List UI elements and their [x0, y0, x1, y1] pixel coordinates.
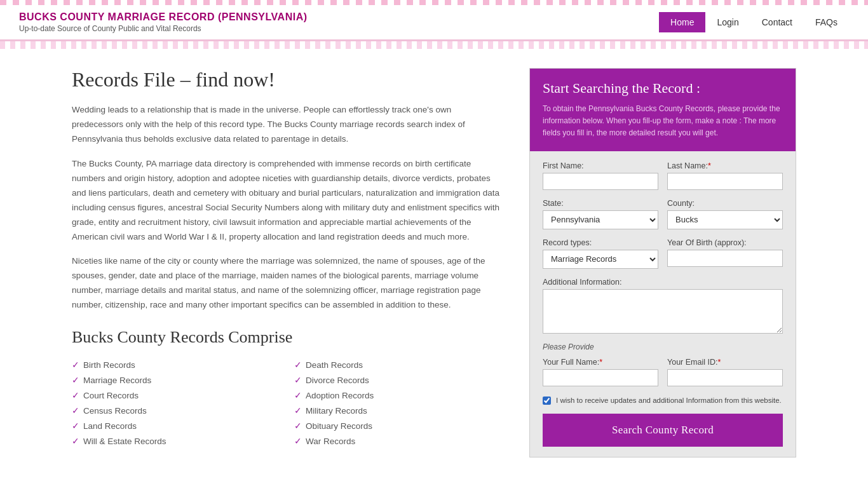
panel-header: Start Searching the Record : To obtain t…	[530, 69, 796, 151]
first-name-label: First Name:	[543, 161, 658, 170]
email-input[interactable]	[667, 369, 783, 386]
record-death-label: Death Records	[306, 360, 363, 370]
record-census-label: Census Records	[83, 406, 147, 416]
nav-contact[interactable]: Contact	[750, 12, 804, 32]
record-court-label: Court Records	[83, 391, 139, 400]
email-group: Your Email ID:*	[667, 358, 783, 386]
site-subtitle: Up-to-date Source of County Public and V…	[19, 24, 308, 33]
last-name-required: *	[708, 161, 711, 170]
search-form-panel: Start Searching the Record : To obtain t…	[529, 68, 796, 458]
records-grid: ✓ Birth Records ✓ Marriage Records ✓ Cou…	[72, 357, 504, 449]
county-group: County: Bucks Philadelphia Montgomery Ch…	[667, 199, 783, 229]
check-icon: ✓	[72, 390, 79, 400]
record-military-label: Military Records	[306, 406, 367, 416]
check-icon: ✓	[72, 360, 79, 370]
first-name-group: First Name:	[543, 161, 658, 190]
intro-para-1: Wedding leads to a relationship that is …	[72, 103, 504, 147]
state-label: State:	[543, 199, 658, 208]
check-icon: ✓	[294, 421, 302, 431]
record-court: ✓ Court Records	[72, 388, 281, 403]
state-select[interactable]: Pennsylvania New York New Jersey Ohio	[543, 210, 658, 229]
county-label: County:	[667, 199, 783, 208]
panel-title: Start Searching the Record :	[543, 80, 783, 97]
record-war-label: War Records	[306, 437, 355, 446]
intro-para-2: The Bucks County, PA marriage data direc…	[72, 157, 504, 245]
county-select[interactable]: Bucks Philadelphia Montgomery Chester	[667, 210, 783, 229]
record-adoption: ✓ Adoption Records	[294, 388, 504, 403]
page-heading: Records File – find now!	[72, 68, 504, 92]
additional-info-textarea[interactable]	[543, 289, 783, 334]
intro-para-3: Niceties like name of the city or county…	[72, 254, 504, 313]
full-name-label: Your Full Name:*	[543, 358, 658, 367]
newsletter-checkbox-label: I wish to receive updates and additional…	[556, 395, 782, 406]
records-left-col: ✓ Birth Records ✓ Marriage Records ✓ Cou…	[72, 357, 281, 449]
record-marriage-label: Marriage Records	[83, 376, 151, 385]
record-obituary-label: Obituary Records	[306, 421, 372, 431]
email-label: Your Email ID:*	[667, 358, 783, 367]
state-group: State: Pennsylvania New York New Jersey …	[543, 199, 658, 229]
left-content: Records File – find now! Wedding leads t…	[72, 68, 504, 449]
record-marriage: ✓ Marriage Records	[72, 372, 281, 388]
contact-row: Your Full Name:* Your Email ID:*	[543, 358, 783, 386]
record-war: ✓ War Records	[294, 433, 504, 449]
check-icon: ✓	[294, 405, 302, 416]
check-icon: ✓	[72, 436, 79, 446]
records-right-col: ✓ Death Records ✓ Divorce Records ✓ Adop…	[294, 357, 504, 449]
full-name-input[interactable]	[543, 369, 658, 386]
section-heading: Bucks County Records Comprise	[72, 328, 504, 347]
please-provide-label: Please Provide	[543, 342, 783, 351]
record-birth: ✓ Birth Records	[72, 357, 281, 372]
last-name-group: Last Name:*	[667, 161, 783, 190]
record-military: ✓ Military Records	[294, 403, 504, 418]
year-of-birth-label: Year Of Birth (approx):	[667, 238, 783, 247]
check-icon: ✓	[72, 405, 79, 416]
record-types-select[interactable]: Marriage Records Birth Records Death Rec…	[543, 250, 658, 269]
record-divorce: ✓ Divorce Records	[294, 372, 504, 388]
record-census: ✓ Census Records	[72, 403, 281, 418]
full-name-group: Your Full Name:*	[543, 358, 658, 386]
check-icon: ✓	[72, 375, 79, 385]
nav-login[interactable]: Login	[705, 12, 750, 32]
record-will-label: Will & Estate Records	[83, 437, 166, 446]
site-title-block: BUCKS COUNTY MARRIAGE RECORD (PENNSYLVAN…	[19, 11, 308, 33]
nav-home[interactable]: Home	[659, 12, 705, 32]
record-adoption-label: Adoption Records	[306, 391, 374, 400]
last-name-label: Last Name:*	[667, 161, 783, 170]
panel-body: First Name: Last Name:* State: Pennsylva…	[530, 151, 796, 457]
record-types-group: Record types: Marriage Records Birth Rec…	[543, 238, 658, 269]
main-container: Records File – find now! Wedding leads t…	[53, 49, 815, 477]
year-of-birth-input[interactable]	[667, 250, 783, 267]
first-name-input[interactable]	[543, 173, 658, 190]
record-will: ✓ Will & Estate Records	[72, 433, 281, 449]
record-birth-label: Birth Records	[83, 360, 135, 370]
newsletter-checkbox[interactable]	[543, 396, 551, 405]
check-icon: ✓	[294, 375, 302, 385]
main-nav: Home Login Contact FAQs	[659, 12, 849, 32]
state-county-row: State: Pennsylvania New York New Jersey …	[543, 199, 783, 229]
record-divorce-label: Divorce Records	[306, 376, 369, 385]
year-of-birth-group: Year Of Birth (approx):	[667, 238, 783, 269]
full-name-required: *	[599, 358, 602, 367]
name-row: First Name: Last Name:*	[543, 161, 783, 190]
header: BUCKS COUNTY MARRIAGE RECORD (PENNSYLVAN…	[0, 5, 868, 41]
record-land-label: Land Records	[83, 421, 137, 431]
email-required: *	[717, 358, 721, 367]
additional-info-row: Additional Information:	[543, 278, 783, 334]
additional-info-label: Additional Information:	[543, 278, 783, 287]
additional-info-group: Additional Information:	[543, 278, 783, 334]
record-death: ✓ Death Records	[294, 357, 504, 372]
check-icon: ✓	[294, 390, 302, 400]
nav-faqs[interactable]: FAQs	[804, 12, 849, 32]
check-icon: ✓	[72, 421, 79, 431]
newsletter-checkbox-row: I wish to receive updates and additional…	[543, 395, 783, 406]
check-icon: ✓	[294, 436, 302, 446]
site-title: BUCKS COUNTY MARRIAGE RECORD (PENNSYLVAN…	[19, 11, 308, 23]
panel-desc: To obtain the Pennsylvania Bucks County …	[543, 103, 783, 140]
record-types-label: Record types:	[543, 238, 658, 247]
record-type-row: Record types: Marriage Records Birth Rec…	[543, 238, 783, 269]
record-obituary: ✓ Obituary Records	[294, 418, 504, 433]
search-button[interactable]: Search County Record	[543, 414, 783, 447]
last-name-input[interactable]	[667, 173, 783, 190]
deco-border	[0, 41, 868, 49]
check-icon: ✓	[294, 360, 302, 370]
